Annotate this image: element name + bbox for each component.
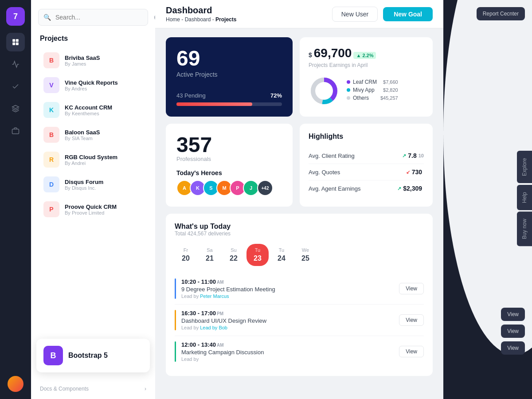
top-cards-row: 69 Active Projects 43 Pending 72% $ 69,7… [166, 37, 433, 117]
earnings-badge: ▲ 2.2% [353, 52, 376, 59]
left-nav: 7 [0, 0, 31, 399]
user-number-badge[interactable]: 7 [6, 7, 25, 26]
event-lead-link[interactable]: Peter Marcus [200, 293, 229, 299]
breadcrumb: Home - Dashboard - Projects [166, 16, 236, 23]
breadcrumb-sep2: - [212, 16, 215, 23]
sidebar-footer[interactable]: Docs & Components › [31, 386, 155, 392]
side-tab[interactable]: Buy now [517, 212, 532, 246]
legend-item: Mivy App $2,820 [347, 87, 398, 93]
day-item[interactable]: We 25 [294, 244, 317, 266]
highlights-title: Highlights [309, 133, 424, 141]
professionals-card: 357 Professionals Today's Heroes AKSMPJ+… [166, 124, 293, 207]
schedule-title: What's up Today [175, 223, 424, 231]
project-item[interactable]: V Vine Quick Reports By Andres [35, 73, 152, 98]
docs-link[interactable]: Docs & Components [40, 386, 89, 392]
project-item[interactable]: K KC Account CRM By Keenthemes [35, 98, 152, 122]
day-name: Sa [207, 247, 212, 253]
view-button-3[interactable]: View [501, 341, 525, 355]
highlight-label: Avg. Client Rating [309, 153, 355, 159]
day-item[interactable]: Sa 21 [199, 244, 221, 266]
project-item[interactable]: B Baloon SaaS By SIA Team [35, 122, 152, 147]
day-item[interactable]: Fr 20 [175, 244, 197, 266]
earnings-label: Projects Earnings in April [309, 62, 424, 68]
nav-icon-grid[interactable] [6, 33, 25, 51]
project-item[interactable]: P Proove Quick CRM By Proove Limited [35, 197, 152, 222]
event-view-button[interactable]: View [399, 346, 424, 357]
event-lead-link[interactable]: Lead by Bob [200, 325, 227, 330]
day-item[interactable]: Tu 24 [270, 244, 293, 266]
project-item[interactable]: B Briviba SaaS By James [35, 48, 152, 73]
user-avatar[interactable] [8, 376, 23, 392]
nav-icon-check[interactable] [6, 77, 25, 96]
content-area: 69 Active Projects 43 Pending 72% $ 69,7… [155, 28, 443, 399]
event-bar [175, 310, 176, 330]
project-item[interactable]: D Disqus Forum By Disqus Inc. [35, 172, 152, 197]
progress-bar-fill [176, 102, 252, 106]
project-icon: B [43, 127, 59, 143]
project-icon: R [43, 152, 59, 168]
day-number: 21 [206, 254, 214, 262]
legend-name: Leaf CRM [353, 79, 377, 85]
legend-dot [347, 96, 350, 100]
pending-pct: 72% [270, 92, 282, 99]
event-item: 10:20 - 11:00AM 9 Degree Project Estimat… [175, 273, 424, 305]
new-goal-button[interactable]: New Goal [383, 7, 433, 21]
view-button-2[interactable]: View [501, 325, 525, 338]
project-icon: P [43, 201, 59, 217]
project-by: By Disqus Inc. [65, 185, 103, 191]
professionals-count: 357 [176, 134, 282, 156]
project-icon: K [43, 102, 59, 118]
breadcrumb-home[interactable]: Home [166, 16, 180, 23]
side-tab[interactable]: Explore [517, 151, 532, 183]
project-name: KC Account CRM [65, 104, 112, 111]
sidebar-search-container: 🔍 ⚙ [38, 9, 148, 26]
event-ampm: PM [217, 311, 223, 316]
stats-row: 357 Professionals Today's Heroes AKSMPJ+… [166, 124, 433, 207]
page-title: Dashboard [166, 5, 236, 16]
pending-count: 43 Pending [176, 92, 206, 99]
pending-row: 43 Pending 72% [176, 92, 282, 99]
day-item[interactable]: Tu 23 [246, 244, 269, 266]
day-number: 23 [254, 254, 262, 262]
highlight-label: Avg. Quotes [309, 169, 340, 176]
day-item[interactable]: Su 22 [223, 244, 245, 266]
day-number: 24 [278, 254, 286, 262]
legend-value: $7,660 [383, 79, 398, 85]
promo-text: Bootstrap 5 [68, 352, 108, 360]
day-number: 25 [301, 254, 309, 262]
heroes-label: Today's Heroes [176, 169, 282, 176]
earnings-amount-row: $ 69,700 ▲ 2.2% [309, 46, 424, 60]
legend-item: Leaf CRM $7,660 [347, 79, 398, 85]
project-by: By Proove Limited [65, 210, 117, 215]
view-btns-area: View View View [501, 308, 525, 355]
report-btn-area: Report Cecnter [477, 7, 525, 20]
legend-dot [347, 88, 350, 92]
header-left: Dashboard Home - Dashboard - Projects [166, 5, 236, 23]
nav-icon-briefcase[interactable] [6, 121, 25, 140]
day-number: 20 [182, 254, 190, 262]
breadcrumb-dashboard[interactable]: Dashboard [185, 16, 211, 23]
nav-icon-layers[interactable] [6, 99, 25, 118]
svg-rect-3 [16, 43, 19, 45]
promo-box: B Bootstrap 5 [36, 339, 150, 372]
project-name: Disqus Forum [65, 179, 103, 185]
report-center-button[interactable]: Report Cecnter [477, 7, 525, 20]
view-button-1[interactable]: View [501, 308, 525, 321]
new-user-button[interactable]: New User [332, 7, 378, 22]
event-view-button[interactable]: View [399, 314, 424, 326]
days-row: Fr 20 Sa 21 Su 22 Tu 23 Tu 24 We 25 [175, 244, 424, 266]
sidebar-title: Projects [31, 35, 155, 48]
nav-icon-chart[interactable] [6, 55, 25, 74]
event-time: 10:20 - 11:00AM [181, 278, 394, 285]
day-name: Su [231, 247, 236, 253]
event-name: 9 Degree Project Estimation Meeting [181, 286, 394, 293]
search-input[interactable] [38, 9, 148, 26]
filter-button[interactable]: ⚙ [149, 9, 155, 26]
sidebar-arrow-icon: › [145, 386, 146, 392]
project-item[interactable]: R RGB Cloud System By Andrei [35, 147, 152, 172]
legend-value: $2,820 [383, 87, 398, 93]
event-view-button[interactable]: View [399, 283, 424, 294]
side-tab[interactable]: Help [517, 185, 532, 210]
highlights-card: Highlights Avg. Client Rating ↗7.8 10 Av… [300, 124, 433, 207]
schedule-subtitle: Total 424,567 deliveries [175, 231, 424, 237]
